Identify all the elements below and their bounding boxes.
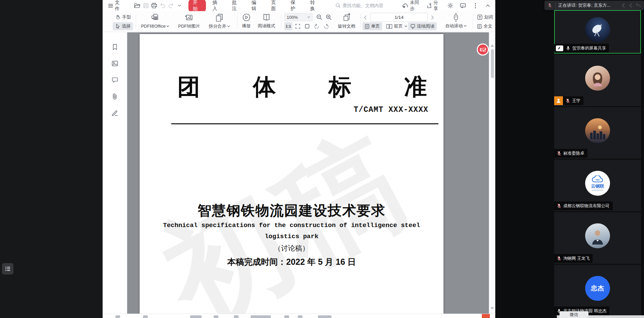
menu-tab[interactable]: 开始 xyxy=(188,0,206,13)
scroll-down-arrow[interactable] xyxy=(491,307,494,310)
play-button[interactable]: 播放 xyxy=(239,13,253,29)
participant-tile[interactable]: 淘钢网 王龙飞 xyxy=(554,212,641,264)
background-window-edge: 微信 xyxy=(557,315,644,318)
translate-full-button[interactable]: 全文 xyxy=(475,22,495,30)
meeting-bar-controls[interactable] xyxy=(620,2,641,8)
participant-tile[interactable]: 云钢联 成都云钢联物流有限公司 xyxy=(554,160,641,211)
ribbon-separator xyxy=(136,14,136,29)
fit-width-icon xyxy=(295,24,300,29)
company-logo-text: 云钢联 xyxy=(591,183,604,189)
file-menu[interactable]: 文件 xyxy=(108,0,124,12)
auto-scroll-button[interactable]: 自动滚动 xyxy=(442,13,470,29)
mic-muted-icon xyxy=(556,256,562,261)
search-icon xyxy=(335,3,341,8)
vertical-scrollbar[interactable] xyxy=(489,32,495,314)
participant-initials: 忠杰 xyxy=(591,284,604,293)
next-page-button[interactable] xyxy=(431,15,434,20)
translate-word-icon xyxy=(477,14,482,20)
undo-button[interactable] xyxy=(158,2,167,10)
menu-tab[interactable]: 插入 xyxy=(208,0,225,13)
participant-tile[interactable]: 贺宗春的屏幕共享 xyxy=(554,10,641,54)
wechat-window-chip[interactable]: 微信 xyxy=(560,311,588,318)
page-indicator[interactable]: 1/14 xyxy=(370,13,428,22)
zoom-out-button[interactable] xyxy=(315,13,323,21)
rotate-ccw-icon xyxy=(314,24,320,29)
rotate-document-button[interactable]: 旋转文档 xyxy=(335,13,358,29)
more-button[interactable] xyxy=(471,2,479,10)
continuous-reading-button[interactable]: 连续阅读 xyxy=(408,22,437,30)
double-page-button[interactable]: 双页 xyxy=(384,22,410,30)
woman-photo xyxy=(589,69,606,87)
pdf-to-office-button[interactable]: PDF转Office xyxy=(138,13,173,29)
collapse-ribbon-button[interactable] xyxy=(484,2,492,10)
participant-avatar xyxy=(585,66,610,91)
document-view-area[interactable]: 初稿 团体标准 T/CAMT XXX-XXXX 智慧钢铁物流园建设技术要求 Te… xyxy=(127,32,489,314)
fit-page-button[interactable] xyxy=(303,22,311,30)
hand-tool-button[interactable]: 手型 xyxy=(113,13,133,21)
actual-size-button[interactable]: 1:1 xyxy=(284,22,292,30)
attachments-panel-button[interactable] xyxy=(110,92,119,101)
fit-width-button[interactable] xyxy=(294,22,302,30)
signature-panel-button[interactable] xyxy=(110,108,119,117)
bottom-statusbar-clipped xyxy=(103,314,495,318)
open-file-button[interactable] xyxy=(133,2,141,10)
search-input[interactable] xyxy=(343,3,398,8)
statusbar-icon-fragment xyxy=(298,315,302,318)
statusbar-icon-fragment xyxy=(190,315,202,318)
menu-tab[interactable]: 转换 xyxy=(306,0,323,13)
zoom-level-combo[interactable]: 100% xyxy=(284,13,313,21)
mic-muted-icon xyxy=(556,151,562,156)
images-panel-button[interactable] xyxy=(110,59,119,68)
quick-access-dropdown[interactable] xyxy=(175,2,184,10)
statusbar-icon-fragment xyxy=(318,315,331,318)
kebab-icon xyxy=(475,3,476,8)
participant-tile[interactable]: 标准委陈卓 xyxy=(554,107,641,159)
company-logo-subtext xyxy=(592,190,603,191)
desktop-panel-toggle-button[interactable] xyxy=(2,263,13,275)
comments-panel-button[interactable] xyxy=(110,75,119,84)
zoom-in-button[interactable] xyxy=(325,13,333,21)
scrollbar-thumb[interactable] xyxy=(491,49,494,78)
feedback-button[interactable] xyxy=(459,2,467,10)
read-mode-button[interactable]: 阅读模式 xyxy=(255,13,278,29)
print-button[interactable] xyxy=(150,2,158,10)
translate-word-button[interactable]: 划词 xyxy=(475,13,495,21)
share-button[interactable]: 分享 xyxy=(427,0,442,12)
previous-page-button[interactable] xyxy=(364,15,367,20)
translate-floating-badge[interactable]: E xyxy=(478,44,488,55)
menu-tab[interactable]: 页面 xyxy=(267,0,284,13)
ribbon-separator xyxy=(473,14,473,29)
bookmarks-panel-button[interactable] xyxy=(110,42,119,51)
pdf-to-image-button[interactable]: PDF转图片 xyxy=(175,13,204,29)
menu-tab[interactable]: 编辑 xyxy=(247,0,265,13)
menu-tab[interactable]: 批注 xyxy=(228,0,245,13)
split-merge-button[interactable]: 拆分合并 xyxy=(204,13,235,29)
participant-tile[interactable]: 王宇 xyxy=(554,55,641,106)
search-box[interactable] xyxy=(335,3,402,8)
rotate-right-button[interactable] xyxy=(322,22,330,30)
redo-icon xyxy=(168,3,174,8)
save-button[interactable] xyxy=(142,2,150,10)
gear-icon xyxy=(448,3,453,8)
menu-tab[interactable]: 保护 xyxy=(286,0,304,13)
settings-button[interactable] xyxy=(446,2,455,10)
actual-size-label: 1:1 xyxy=(286,24,291,28)
speaking-status-bar[interactable]: 正在讲话: 贺宗春; 京东方... xyxy=(544,1,644,10)
redo-button[interactable] xyxy=(167,2,175,10)
select-tool-label: 选择 xyxy=(122,23,131,29)
auto-scroll-icon xyxy=(452,13,460,22)
participant-tile[interactable]: 忠杰 北方恒达物流园 韩忠杰 xyxy=(554,265,641,316)
single-page-button[interactable]: 单页 xyxy=(362,22,382,30)
select-tool-button[interactable]: 选择 xyxy=(113,22,133,30)
cursor-icon xyxy=(115,24,120,29)
continuous-reading-label: 连续阅读 xyxy=(417,23,434,29)
wps-taskbar-icon[interactable] xyxy=(482,314,490,318)
back-arrow-icon xyxy=(628,2,634,8)
split-merge-label: 拆分合并 xyxy=(209,23,226,29)
wechat-label: 微信 xyxy=(570,312,578,318)
rotate-left-button[interactable] xyxy=(313,22,321,30)
reply-arrow-icon xyxy=(635,2,641,8)
sync-status-button[interactable]: 未同步 xyxy=(402,0,423,12)
scroll-up-arrow[interactable] xyxy=(491,44,494,47)
participant-name-tag: 王宇 xyxy=(554,96,583,105)
